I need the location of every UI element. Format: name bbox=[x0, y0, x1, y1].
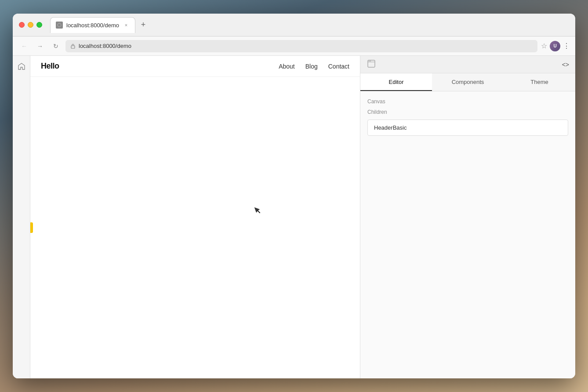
user-avatar[interactable]: U bbox=[550, 41, 560, 51]
forward-icon: → bbox=[37, 43, 43, 50]
site-nav: About Blog Contact bbox=[279, 63, 349, 70]
site-logo: Hello bbox=[41, 62, 59, 71]
nav-contact[interactable]: Contact bbox=[328, 63, 349, 70]
close-button[interactable] bbox=[19, 22, 25, 28]
svg-point-0 bbox=[58, 23, 61, 27]
site-preview: Hello About Blog Contact bbox=[30, 56, 360, 378]
svg-point-3 bbox=[369, 61, 370, 62]
nav-blog[interactable]: Blog bbox=[305, 63, 318, 70]
lock-icon bbox=[70, 43, 76, 49]
new-tab-button[interactable]: + bbox=[137, 19, 149, 31]
active-tab[interactable]: localhost:8000/demo × bbox=[50, 17, 135, 33]
tab-bar: localhost:8000/demo × + bbox=[50, 17, 569, 33]
tab-theme[interactable]: Theme bbox=[504, 73, 575, 91]
minimize-button[interactable] bbox=[28, 22, 33, 28]
page-content: Hello About Blog Contact bbox=[13, 56, 575, 378]
children-section: Children HeaderBasic bbox=[367, 109, 568, 136]
panel-tabs: Editor Components Theme bbox=[360, 73, 575, 91]
nav-right-controls: ☆ U ⋮ bbox=[541, 41, 570, 51]
builder-home-icon[interactable] bbox=[15, 59, 29, 73]
maximize-button[interactable] bbox=[36, 22, 42, 28]
site-body bbox=[30, 77, 360, 378]
refresh-icon: ↻ bbox=[53, 43, 58, 50]
nav-bar: ← → ↻ localhost:8000/demo ☆ U ⋮ bbox=[13, 36, 575, 56]
site-header: Hello About Blog Contact bbox=[30, 56, 360, 77]
nav-about[interactable]: About bbox=[279, 63, 295, 70]
mouse-cursor bbox=[254, 207, 261, 215]
back-icon: ← bbox=[21, 43, 27, 50]
builder-toolbar bbox=[13, 56, 30, 378]
traffic-lights bbox=[19, 22, 42, 28]
header-basic-item[interactable]: HeaderBasic bbox=[367, 120, 568, 136]
right-panel: <> Editor Components Theme Canvas Childr… bbox=[360, 56, 575, 378]
tab-close-button[interactable]: × bbox=[123, 22, 130, 29]
canvas-area: Hello About Blog Contact bbox=[30, 56, 360, 378]
panel-builder-icon bbox=[367, 59, 376, 70]
code-icon[interactable]: <> bbox=[562, 61, 569, 68]
title-bar: localhost:8000/demo × + bbox=[13, 14, 575, 36]
svg-point-4 bbox=[370, 61, 371, 62]
tab-favicon bbox=[56, 22, 63, 29]
tab-label: localhost:8000/demo bbox=[66, 22, 119, 29]
bookmark-star-icon[interactable]: ☆ bbox=[541, 42, 547, 50]
panel-body: Canvas Children HeaderBasic bbox=[360, 91, 575, 378]
tab-editor[interactable]: Editor bbox=[360, 73, 432, 91]
browser-window: localhost:8000/demo × + ← → ↻ localhost:… bbox=[13, 14, 575, 378]
tab-components[interactable]: Components bbox=[432, 73, 504, 91]
refresh-button[interactable]: ↻ bbox=[50, 40, 62, 52]
browser-menu-icon[interactable]: ⋮ bbox=[563, 42, 570, 50]
address-text: localhost:8000/demo bbox=[79, 43, 131, 49]
panel-header-row: <> bbox=[360, 56, 575, 73]
indicator-dot bbox=[30, 222, 33, 233]
svg-rect-1 bbox=[71, 46, 75, 48]
children-section-label: Children bbox=[367, 109, 568, 115]
address-bar[interactable]: localhost:8000/demo bbox=[65, 40, 537, 52]
back-button[interactable]: ← bbox=[18, 40, 30, 52]
canvas-section-label: Canvas bbox=[367, 98, 568, 105]
forward-button[interactable]: → bbox=[34, 40, 46, 52]
